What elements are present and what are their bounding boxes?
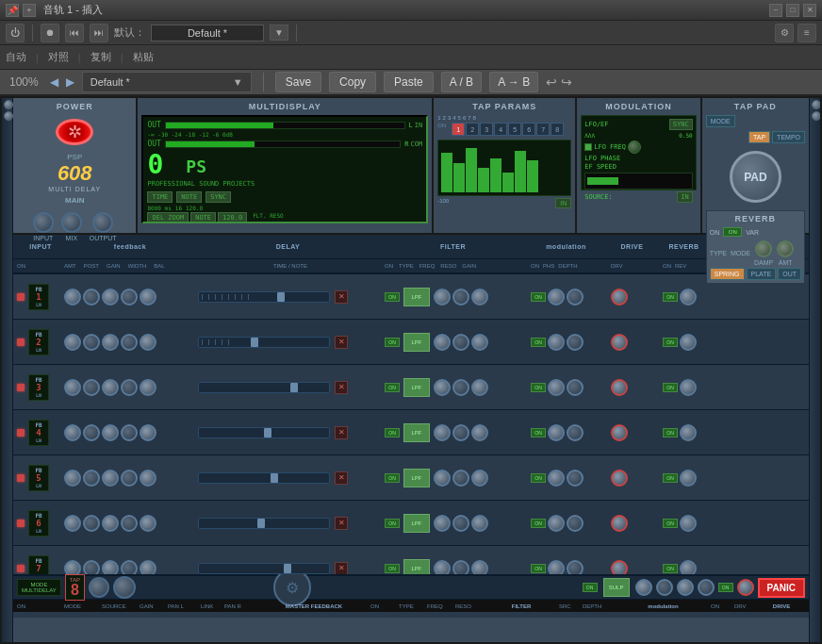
ch1-reso-knob[interactable] [452,289,469,305]
ch4-reso-knob[interactable] [452,424,469,441]
plate-btn[interactable]: PLATE [747,268,777,280]
record-icon[interactable]: ⏺ [41,24,59,42]
ch3-delay-x[interactable]: ✕ [335,381,348,394]
ch1-freq-knob[interactable] [434,289,451,305]
tap-in-btn[interactable]: IN [555,198,571,208]
master-depth-knob[interactable] [698,579,715,596]
ch2-bal-knob[interactable] [140,334,156,351]
ch5-drv-knob[interactable] [611,470,628,487]
ch5-reso-knob[interactable] [452,470,469,487]
ch1-rev-knob[interactable] [680,289,697,305]
ch4-mod-on[interactable]: ON [531,428,546,438]
master-gain-knob[interactable] [89,577,109,598]
source-in-btn[interactable]: IN [677,191,692,203]
ch6-post-knob[interactable] [83,515,100,532]
ch2-post-knob[interactable] [83,334,100,351]
ch3-amt-knob[interactable] [64,379,81,396]
atob-button[interactable]: A → B [489,72,538,92]
ch1-fader-handle[interactable] [277,292,285,302]
settings-icon[interactable]: ⚙ [775,24,794,42]
zoom-right[interactable]: ▶ [66,75,74,89]
rev-damp-knob[interactable] [755,240,772,257]
ch1-filter-type[interactable]: LPF [403,288,430,306]
ch2-rev-knob[interactable] [680,334,697,351]
pin-button[interactable]: 📌 [6,4,19,17]
ch4-rev-on[interactable]: ON [663,428,678,438]
ch4-fgain-knob[interactable] [471,424,488,441]
back-icon[interactable]: ⏮ [65,24,84,42]
menu-icon[interactable]: ≡ [797,24,816,42]
add-button[interactable]: + [23,4,36,17]
tap-8-on[interactable]: 8 [551,123,564,136]
power-icon[interactable]: ⏻ [6,24,25,42]
ch3-rev-knob[interactable] [680,379,697,396]
ch3-fgain-knob[interactable] [471,379,488,396]
ch3-reso-knob[interactable] [452,379,469,396]
lfo-freq-check[interactable] [584,143,592,151]
note-btn[interactable]: NOTE [176,191,202,203]
ch3-phs-knob[interactable] [548,379,565,396]
tempo-btn[interactable]: 120.0 [218,212,247,223]
ch1-filter-on[interactable]: ON [385,292,400,302]
mix-knob[interactable] [61,212,82,233]
ch5-phs-knob[interactable] [548,470,565,487]
tap-5-on[interactable]: 5 [508,123,521,136]
ch7-fader-handle[interactable] [284,564,291,573]
ch5-width-knob[interactable] [121,470,138,487]
ch5-delay-x[interactable]: ✕ [335,471,348,485]
tap-4-on[interactable]: 4 [494,123,507,136]
ch4-gain-knob[interactable] [102,424,119,441]
ch4-filter-on[interactable]: ON [385,428,400,438]
ch6-filter-on[interactable]: ON [385,519,400,528]
ch5-mod-on[interactable]: ON [531,473,546,483]
reverb-on-toggle[interactable]: ON [723,227,742,237]
ch1-post-knob[interactable] [83,289,100,305]
ch2-delay-fader[interactable] [198,337,330,348]
master-filter-reso[interactable] [656,579,673,596]
ch5-delay-fader[interactable] [198,472,330,484]
ch1-mod-on[interactable]: ON [531,292,546,302]
spring-btn[interactable]: SPRING [710,268,745,280]
ch3-drv-knob[interactable] [611,379,628,396]
ch1-depth-knob[interactable] [567,289,584,305]
master-filter-freq[interactable] [635,579,652,596]
preset-dropdown[interactable]: ▼ [270,25,288,41]
paste-button[interactable]: Paste [384,72,434,92]
ch3-filter-type[interactable]: LPF [403,378,430,397]
ch4-phs-knob[interactable] [548,424,565,441]
ch6-delay-fader[interactable] [198,518,330,529]
ch5-freq-knob[interactable] [434,470,451,487]
ch6-drv-knob[interactable] [611,515,628,532]
ch5-rev-knob[interactable] [680,470,697,487]
ch4-bal-knob[interactable] [140,424,156,441]
ch4-rev-knob[interactable] [680,424,697,441]
ch2-reso-knob[interactable] [452,334,469,351]
ch1-width-knob[interactable] [121,289,138,305]
ch3-mod-on[interactable]: ON [531,383,546,392]
ch6-filter-type[interactable]: LPF [403,514,430,533]
sync-mod-btn[interactable]: SYNC [669,119,693,130]
ch2-mod-on[interactable]: ON [531,338,546,347]
mode-btn[interactable]: MODE [706,115,735,127]
close-button[interactable]: ✕ [803,4,816,17]
ch5-gain-knob[interactable] [102,470,119,487]
ch2-delay-x[interactable]: ✕ [335,336,348,349]
master-knob2[interactable] [113,576,136,599]
ch4-delay-x[interactable]: ✕ [335,426,348,439]
ch3-post-knob[interactable] [83,379,100,396]
rev-amt-knob[interactable] [777,240,794,257]
input-knob[interactable] [33,212,54,233]
copy-button[interactable]: Copy [329,72,376,92]
ch5-fader-handle[interactable] [271,473,278,483]
ch2-fgain-knob[interactable] [471,334,488,351]
ch5-filter-type[interactable]: LPF [403,469,430,487]
ch1-rev-on[interactable]: ON [663,292,678,302]
ch1-delay-x[interactable]: ✕ [335,290,348,304]
tap-6-on[interactable]: 6 [522,123,535,136]
master-filter-on[interactable]: ON [583,583,598,592]
maximize-button[interactable]: □ [786,4,799,17]
power-button[interactable]: ✲ [56,119,93,145]
tempo-btn2[interactable]: TEMPO [772,131,805,143]
tap-3-on[interactable]: 3 [480,123,493,136]
ch5-filter-on[interactable]: ON [385,473,400,483]
